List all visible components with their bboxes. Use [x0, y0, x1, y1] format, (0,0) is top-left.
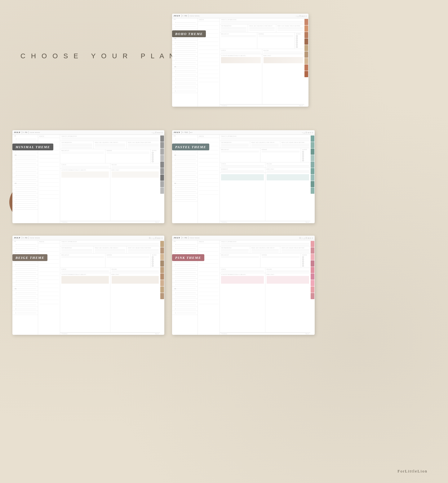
beige-theme-label: BEIGE THEME [12, 254, 47, 261]
pastel-theme-label: PASTEL THEME [172, 144, 209, 150]
beige-theme-card: JULY 5 FRI VIEW WEEK ☰ | ○ △ ☰ ⊕ ⊘ ⊙ AM … [12, 236, 164, 335]
boho-theme-card: JULY 5 FRI VIEW WEEK ○ △ ☰ ⊕ ⊘ ⊙ AM 8 9 … [172, 14, 308, 107]
boho-theme-label: BOHO THEME [172, 30, 206, 37]
minimal-theme-label: MINIMAL THEME [12, 144, 53, 150]
brand-text: ForLittleLion [397, 469, 428, 474]
pink-theme-card: JULY 5 FRI VIEW WEEK ☰ | ○ △ ☰ ⊕ ⊘ ⊙ AM … [172, 236, 315, 335]
pink-theme-label: PINK THEME [172, 254, 204, 261]
